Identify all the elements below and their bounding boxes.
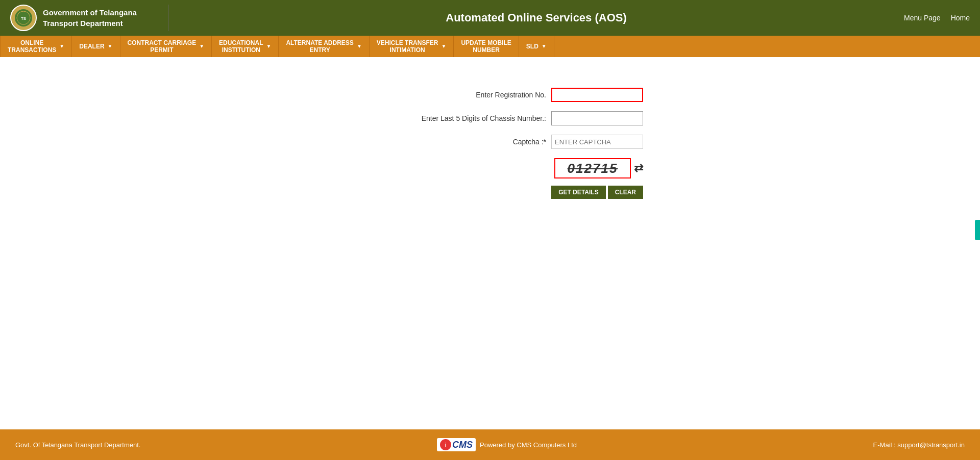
chevron-down-icon: ▼ [108, 43, 113, 49]
chevron-down-icon: ▼ [441, 43, 446, 49]
refresh-captcha-icon[interactable]: ⇄ [634, 162, 643, 175]
header-links: Menu Page Home [904, 14, 970, 22]
nav-alternate-address-entry[interactable]: ALTERNATE ADDRESSENTRY ▼ [279, 36, 369, 57]
government-logo: TS [10, 5, 37, 31]
navbar: ONLINETRANSACTIONS ▼ DEALER ▼ CONTRACT C… [0, 36, 980, 57]
registration-label: Enter Registration No. [476, 91, 546, 99]
menu-page-link[interactable]: Menu Page [904, 14, 941, 22]
chevron-down-icon: ▼ [199, 43, 204, 49]
registration-row: Enter Registration No. [337, 88, 643, 102]
header-logo: TS Government of Telangana Transport Dep… [10, 5, 168, 31]
chevron-down-icon: ▼ [59, 43, 64, 49]
get-details-button[interactable]: GET DETAILS [551, 186, 605, 199]
clear-button[interactable]: CLEAR [608, 186, 643, 199]
svg-text:TS: TS [21, 16, 27, 21]
nav-vehicle-transfer-intimation[interactable]: VEHICLE TRANSFERINTIMATION ▼ [370, 36, 454, 57]
org-name: Government of Telangana Transport Depart… [43, 7, 137, 29]
chevron-down-icon: ▼ [357, 43, 362, 49]
header: TS Government of Telangana Transport Dep… [0, 0, 980, 36]
header-title: Automated Online Services (AOS) [168, 11, 904, 24]
home-link[interactable]: Home [951, 14, 970, 22]
chassis-label: Enter Last 5 Digits of Chassis Number.: [422, 114, 546, 122]
side-indicator [975, 220, 980, 240]
chevron-down-icon: ▼ [542, 43, 547, 49]
registration-input[interactable] [551, 88, 643, 102]
captcha-label: Captcha :* [513, 138, 546, 146]
nav-update-mobile-number[interactable]: UPDATE MOBILENUMBER [454, 36, 519, 57]
chassis-row: Enter Last 5 Digits of Chassis Number.: [337, 111, 643, 125]
nav-contract-carriage-permit[interactable]: CONTRACT CARRIAGEPERMIT ▼ [120, 36, 212, 57]
buttons-row: GET DETAILS CLEAR [337, 186, 643, 199]
captcha-display-row: 012715 ⇄ [337, 158, 643, 178]
chassis-input[interactable] [551, 111, 643, 125]
nav-educational-institution[interactable]: EDUCATIONALINSTITUTION ▼ [212, 36, 279, 57]
nav-online-transactions[interactable]: ONLINETRANSACTIONS ▼ [0, 36, 72, 57]
chevron-down-icon: ▼ [266, 43, 272, 49]
nav-dealer[interactable]: DEALER ▼ [72, 36, 120, 57]
captcha-display: 012715 [554, 158, 631, 178]
form-container: Enter Registration No. Enter Last 5 Digi… [0, 88, 980, 199]
captcha-row: Captcha :* [337, 135, 643, 149]
nav-sld[interactable]: SLD ▼ [519, 36, 554, 57]
main-content: Enter Registration No. Enter Last 5 Digi… [0, 57, 980, 292]
captcha-input[interactable] [551, 135, 643, 149]
